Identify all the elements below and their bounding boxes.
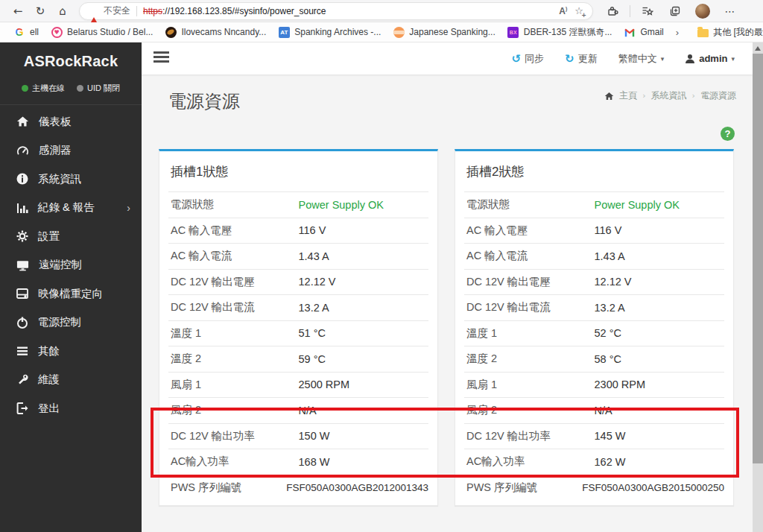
- refresh-icon[interactable]: ↻: [30, 2, 51, 20]
- sidebar-item-system-info[interactable]: 系統資訊: [0, 165, 142, 194]
- row-label: 電源狀態: [464, 197, 595, 212]
- bookmarks-overflow-icon[interactable]: ›: [670, 27, 685, 38]
- table-row: 風扇 2 N/A: [464, 397, 724, 423]
- help-icon[interactable]: ?: [721, 127, 735, 141]
- row-value: 12.12 V: [595, 276, 632, 288]
- bookmarks-bar: G ell ♥ Belarus Studio / Bel... Ilovecam…: [0, 22, 763, 42]
- sidebar-item-label: 感測器: [39, 143, 72, 157]
- sync-button[interactable]: ↺ 同步: [511, 52, 544, 66]
- monitor-icon: [16, 259, 29, 271]
- refresh-button[interactable]: ↻ 更新: [565, 52, 598, 66]
- table-row: PWS 序列編號 FSF050A0300AGB2015000250: [464, 475, 724, 501]
- sync-label: 同步: [525, 52, 544, 66]
- address-bar[interactable]: ! 不安全 https ://192.168.123.85/#sysinfo/p…: [79, 2, 593, 20]
- table-row: AC輸入功率 168 W: [168, 449, 428, 475]
- row-value: 52 °C: [595, 327, 621, 339]
- other-favorites-folder[interactable]: 其他 [我的最愛]: [691, 24, 763, 40]
- sidebar-item-logs-reports[interactable]: 紀錄 & 報告 ›: [0, 194, 142, 223]
- read-aloud-icon[interactable]: A): [559, 6, 567, 16]
- language-dropdown[interactable]: 繁體中文 ▾: [618, 52, 665, 66]
- bookmark-item[interactable]: G ell: [7, 24, 45, 40]
- row-label: 風扇 1: [464, 378, 595, 392]
- row-value: 145 W: [595, 430, 626, 442]
- psu-slot2-table: 電源狀態 Power Supply OK AC 輸入電壓 116 V AC 輸入…: [455, 191, 733, 500]
- sidebar-item-maintenance[interactable]: 維護: [0, 366, 142, 395]
- bookmark-label: Belarus Studio / Bel...: [67, 27, 153, 37]
- sidebar-item-misc[interactable]: 其餘: [0, 337, 142, 366]
- japanese-site-icon: [393, 26, 405, 38]
- row-label: AC 輸入電壓: [168, 224, 299, 238]
- sidebar-item-dashboard[interactable]: 儀表板: [0, 107, 142, 136]
- folder-icon: [697, 26, 709, 38]
- sidebar-item-power-control[interactable]: 電源控制: [0, 308, 142, 338]
- row-label: AC輸入功率: [464, 455, 595, 469]
- sidebar-item-sensor[interactable]: 感測器: [0, 136, 142, 165]
- home-icon[interactable]: ⌂: [52, 2, 73, 20]
- user-name: admin: [699, 53, 727, 64]
- info-icon: [16, 173, 28, 185]
- gray-dot-icon: [77, 85, 83, 92]
- row-label: 溫度 2: [464, 352, 595, 366]
- psu-slot1-panel: 插槽1狀態 電源狀態 Power Supply OK AC 輸入電壓 116 V…: [159, 149, 438, 506]
- row-label: AC 輸入電壓: [464, 224, 595, 238]
- profile-avatar[interactable]: [692, 2, 713, 20]
- table-row: 溫度 2 59 °C: [168, 346, 428, 372]
- table-row: 電源狀態 Power Supply OK: [464, 191, 724, 218]
- status-label: UID 關閉: [87, 83, 120, 94]
- sidebar-item-logout[interactable]: 登出: [0, 394, 142, 423]
- bookmark-label: ell: [30, 27, 39, 37]
- list-icon: [16, 345, 28, 357]
- breadcrumb-current: 電源資源: [700, 89, 736, 102]
- row-value: N/A: [595, 405, 612, 417]
- row-label: 風扇 1: [168, 378, 299, 392]
- bookmark-item[interactable]: Japanese Spanking...: [387, 24, 501, 40]
- bookmark-item[interactable]: BX DBER-135 淫獣猟奇...: [501, 24, 618, 40]
- collections-icon[interactable]: [665, 2, 686, 20]
- sidebar-item-label: 遠端控制: [39, 258, 82, 272]
- row-value: FSF050A0300AGB2012001343: [286, 482, 428, 493]
- bookmark-item[interactable]: Gmail: [618, 24, 669, 40]
- breadcrumb: 主頁 › 系統資訊 › 電源資源: [604, 89, 736, 102]
- scroll-up-arrow-icon[interactable]: [755, 46, 761, 51]
- gauge-icon: [16, 145, 29, 156]
- bookmark-label: Ilovecams Nncandy...: [181, 27, 266, 37]
- sidebar-item-image-redirection[interactable]: 映像檔重定向: [0, 279, 142, 308]
- menu-toggle-button[interactable]: [153, 51, 169, 66]
- archives-site-icon: AT: [278, 26, 290, 38]
- url-scheme: https: [143, 6, 162, 16]
- extensions-icon[interactable]: [602, 2, 623, 20]
- row-value: 1.43 A: [595, 250, 625, 262]
- row-value: 2500 RPM: [299, 379, 350, 390]
- settings-menu-icon[interactable]: ⋯: [720, 2, 741, 20]
- sidebar-item-label: 電源控制: [38, 315, 81, 329]
- row-value: FSF050A0300AGB2015000250: [582, 482, 724, 493]
- row-value: 1.43 A: [299, 250, 329, 262]
- sidebar-item-remote-control[interactable]: 遠端控制: [0, 251, 142, 280]
- row-label: 風扇 2: [168, 403, 299, 417]
- user-dropdown[interactable]: admin ▾: [685, 53, 735, 64]
- bookmark-item[interactable]: AT Spanking Archives -...: [272, 24, 387, 40]
- sidebar: ASRockRack 主機在線 UID 關閉 儀表板 感測器 系統資訊 紀錄 &…: [0, 42, 142, 532]
- row-value: 51 °C: [299, 327, 326, 339]
- bookmark-item[interactable]: ♥ Belarus Studio / Bel...: [45, 24, 159, 40]
- language-label: 繁體中文: [618, 52, 657, 66]
- page-scrollbar[interactable]: [753, 42, 763, 532]
- row-value: 12.12 V: [299, 276, 336, 288]
- scrollbar-thumb[interactable]: [753, 54, 763, 463]
- breadcrumb-section[interactable]: 系統資訊: [651, 89, 687, 102]
- user-icon: [685, 54, 695, 64]
- sidebar-item-label: 其餘: [38, 344, 60, 358]
- breadcrumb-home[interactable]: 主頁: [619, 89, 637, 102]
- table-row: DC 12V 輸出功率 150 W: [168, 423, 428, 449]
- row-value: 150 W: [299, 430, 330, 442]
- back-icon[interactable]: ←: [7, 2, 28, 20]
- sidebar-item-settings[interactable]: 設置: [0, 222, 142, 251]
- row-value: 168 W: [299, 456, 330, 468]
- row-value: 116 V: [299, 224, 326, 236]
- table-row: DC 12V 輸出功率 145 W: [464, 423, 724, 449]
- google-icon: G: [13, 26, 25, 38]
- bookmark-item[interactable]: Ilovecams Nncandy...: [159, 24, 272, 40]
- favorites-icon[interactable]: [637, 2, 658, 20]
- row-label: 電源狀態: [168, 197, 299, 212]
- add-favorite-icon[interactable]: ☆+: [574, 5, 583, 16]
